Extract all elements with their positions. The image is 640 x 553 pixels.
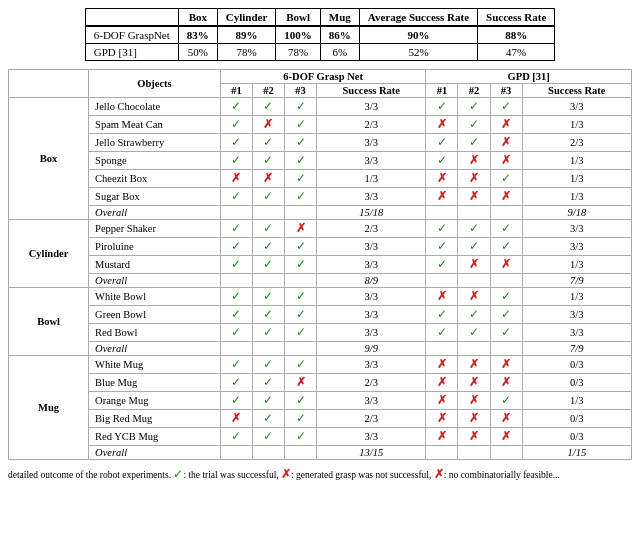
gpd-trial-cell: ✗ bbox=[490, 116, 522, 134]
summary-graspnet-sr: 88% bbox=[478, 26, 555, 44]
graspnet-sr-cell: 3/3 bbox=[317, 98, 426, 116]
gpd-trial-cell: ✓ bbox=[458, 306, 490, 324]
graspnet-trial-cell bbox=[252, 274, 284, 288]
check-icon: ✓ bbox=[296, 117, 306, 131]
gpd-trial-cell: ✗ bbox=[458, 410, 490, 428]
graspnet-sr-cell: 15/18 bbox=[317, 206, 426, 220]
check-icon: ✓ bbox=[231, 221, 241, 235]
graspnet-trial-cell: ✓ bbox=[285, 98, 317, 116]
check-icon: ✓ bbox=[501, 393, 511, 407]
gpd-trial-cell: ✓ bbox=[490, 220, 522, 238]
check-icon: ✓ bbox=[231, 135, 241, 149]
check-icon: ✓ bbox=[263, 221, 273, 235]
main-results-table: Objects 6-DOF Grasp Net GPD [31] #1 #2 #… bbox=[8, 69, 632, 460]
check-icon: ✓ bbox=[263, 307, 273, 321]
object-name: Green Bowl bbox=[89, 306, 221, 324]
graspnet-trial-cell: ✓ bbox=[252, 188, 284, 206]
cross-icon: ✗ bbox=[501, 117, 511, 131]
footer-text: detailed outcome of the robot experiment… bbox=[8, 470, 560, 480]
check-icon: ✓ bbox=[263, 357, 273, 371]
gpd-trial-cell: ✓ bbox=[426, 134, 458, 152]
cross-icon: ✗ bbox=[469, 429, 479, 443]
category-cell-cylinder: Cylinder bbox=[9, 220, 89, 288]
gpd-section-header: GPD [31] bbox=[426, 70, 632, 84]
gpd-trial-cell bbox=[458, 206, 490, 220]
check-icon: ✓ bbox=[231, 257, 241, 271]
summary-col-box: Box bbox=[178, 9, 217, 27]
gpd-sr-cell: 9/18 bbox=[522, 206, 631, 220]
graspnet-trial-cell: ✓ bbox=[220, 306, 252, 324]
object-name: Sugar Box bbox=[89, 188, 221, 206]
check-icon: ✓ bbox=[296, 307, 306, 321]
graspnet-trial2-header: #2 bbox=[252, 84, 284, 98]
object-name: White Bowl bbox=[89, 288, 221, 306]
cross-icon: ✗ bbox=[501, 257, 511, 271]
gpd-sr-cell: 1/3 bbox=[522, 116, 631, 134]
graspnet-sr-cell: 2/3 bbox=[317, 410, 426, 428]
object-name: Red YCB Mug bbox=[89, 428, 221, 446]
graspnet-sr-cell: 2/3 bbox=[317, 116, 426, 134]
object-name: Overall bbox=[89, 274, 221, 288]
check-icon: ✓ bbox=[469, 221, 479, 235]
graspnet-trial-cell: ✓ bbox=[252, 152, 284, 170]
graspnet-trial-cell: ✗ bbox=[252, 170, 284, 188]
gpd-trial-cell: ✓ bbox=[426, 306, 458, 324]
check-icon: ✓ bbox=[437, 135, 447, 149]
summary-graspnet-mug: 86% bbox=[320, 26, 359, 44]
graspnet-sr-cell: 13/15 bbox=[317, 446, 426, 460]
check-icon: ✓ bbox=[263, 325, 273, 339]
main-table-section: Objects 6-DOF Grasp Net GPD [31] #1 #2 #… bbox=[8, 69, 632, 460]
gpd-trial-cell: ✗ bbox=[458, 374, 490, 392]
cross-icon: ✗ bbox=[469, 289, 479, 303]
gpd-trial-cell: ✗ bbox=[426, 392, 458, 410]
graspnet-trial-cell: ✓ bbox=[285, 152, 317, 170]
gpd-trial1-header: #1 bbox=[426, 84, 458, 98]
cross-icon: ✗ bbox=[437, 289, 447, 303]
check-icon: ✓ bbox=[263, 393, 273, 407]
check-icon: ✓ bbox=[263, 153, 273, 167]
gpd-trial-cell: ✓ bbox=[426, 256, 458, 274]
summary-graspnet-bowl: 100% bbox=[276, 26, 321, 44]
graspnet-sr-cell: 3/3 bbox=[317, 428, 426, 446]
gpd-trial-cell bbox=[426, 342, 458, 356]
check-icon: ✓ bbox=[231, 429, 241, 443]
check-icon: ✓ bbox=[296, 135, 306, 149]
graspnet-trial-cell bbox=[285, 274, 317, 288]
graspnet-trial-cell bbox=[285, 342, 317, 356]
summary-row-graspnet-label: 6-DOF GraspNet bbox=[85, 26, 178, 44]
cross-icon: ✗ bbox=[469, 189, 479, 203]
check-icon: ✓ bbox=[437, 99, 447, 113]
cross-icon: ✗ bbox=[501, 411, 511, 425]
gpd-trial-cell: ✓ bbox=[426, 152, 458, 170]
check-icon: ✓ bbox=[296, 239, 306, 253]
gpd-trial-cell: ✗ bbox=[490, 428, 522, 446]
cross-icon: ✗ bbox=[469, 357, 479, 371]
summary-col-sr: Success Rate bbox=[478, 9, 555, 27]
check-icon: ✓ bbox=[296, 153, 306, 167]
cat-header bbox=[9, 70, 89, 98]
check-icon: ✓ bbox=[469, 239, 479, 253]
cross-icon: ✗ bbox=[501, 357, 511, 371]
cross-icon: ✗ bbox=[469, 393, 479, 407]
gpd-trial-cell: ✓ bbox=[426, 220, 458, 238]
gpd-sr-cell: 7/9 bbox=[522, 274, 631, 288]
gpd-trial-cell: ✓ bbox=[426, 324, 458, 342]
gpd-trial-cell: ✓ bbox=[458, 238, 490, 256]
check-icon: ✓ bbox=[231, 307, 241, 321]
graspnet-trial-cell bbox=[220, 206, 252, 220]
gpd-sr-cell: 3/3 bbox=[522, 220, 631, 238]
graspnet-trial-cell: ✓ bbox=[220, 220, 252, 238]
cross-icon: ✗ bbox=[263, 117, 273, 131]
gpd-trial-cell: ✗ bbox=[490, 374, 522, 392]
check-icon: ✓ bbox=[263, 99, 273, 113]
gpd-sr-cell: 1/3 bbox=[522, 256, 631, 274]
gpd-trial-cell: ✗ bbox=[426, 428, 458, 446]
gpd-trial-cell: ✗ bbox=[426, 116, 458, 134]
object-name: Jello Strawberry bbox=[89, 134, 221, 152]
cross-icon: ✗ bbox=[437, 357, 447, 371]
check-icon: ✓ bbox=[231, 117, 241, 131]
cross-icon: ✗ bbox=[437, 393, 447, 407]
graspnet-trial-cell: ✓ bbox=[285, 188, 317, 206]
graspnet-trial-cell bbox=[252, 446, 284, 460]
check-icon: ✓ bbox=[296, 99, 306, 113]
